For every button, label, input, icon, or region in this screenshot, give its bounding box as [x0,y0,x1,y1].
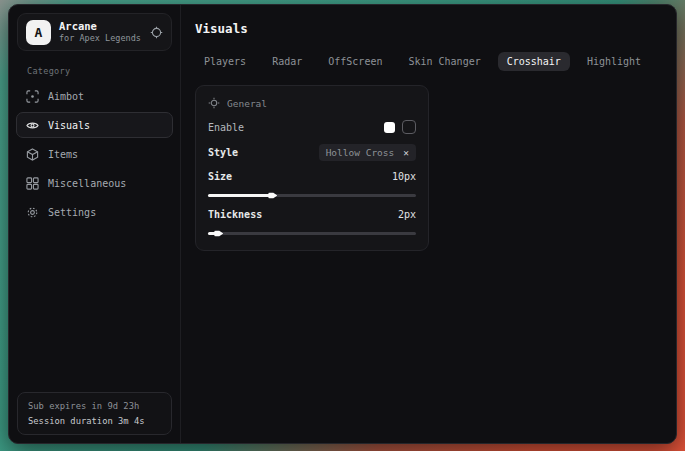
sidebar-item-label: Miscellaneous [48,178,126,189]
app-logo: A [26,20,51,45]
thickness-value: 2px [398,209,416,220]
style-label: Style [208,147,238,158]
sidebar-item-visuals[interactable]: Visuals [16,112,173,138]
sidebar-item-items[interactable]: Items [16,141,173,167]
gear-icon [26,206,39,219]
brand-text: Arcane for Apex Legends [59,20,142,44]
grid-icon [26,177,39,190]
tab-radar[interactable]: Radar [263,52,311,71]
general-panel: General Enable Style Hollow Cross ✕ Size… [195,85,429,251]
tab-offscreen[interactable]: OffScreen [319,52,391,71]
tab-bar: Players Radar OffScreen Skin Changer Cro… [195,52,662,71]
app-title: Arcane [59,20,142,33]
enable-label: Enable [208,122,244,133]
sidebar-item-aimbot[interactable]: Aimbot [16,83,173,109]
page-title: Visuals [195,21,662,36]
section-title: General [227,98,267,109]
enable-checkbox[interactable] [402,120,416,134]
package-icon [26,148,39,161]
sidebar-item-label: Items [48,149,78,160]
crosshair-scan-icon [26,90,39,103]
brand-card: A Arcane for Apex Legends [17,13,172,51]
session-duration-text: Session duration 3m 4s [28,416,161,426]
tab-players[interactable]: Players [195,52,255,71]
thickness-row: Thickness 2px [208,209,416,220]
style-row: Style Hollow Cross ✕ [208,144,416,161]
sidebar-item-miscellaneous[interactable]: Miscellaneous [16,170,173,196]
style-selected-value: Hollow Cross [326,147,395,158]
size-row: Size 10px [208,171,416,182]
slider-track [208,232,416,235]
sidebar-item-label: Settings [48,207,96,218]
size-value: 10px [392,171,416,182]
thickness-slider[interactable] [208,230,416,237]
size-label: Size [208,171,232,182]
enable-controls [384,120,416,134]
sidebar-item-label: Aimbot [48,91,84,102]
sidebar-item-settings[interactable]: Settings [16,199,173,225]
sidebar-nav: Aimbot Visuals Items [9,83,180,225]
sub-expires-text: Sub expires in 9d 23h [28,401,161,411]
section-header: General [208,97,416,109]
tab-highlight[interactable]: Highlight [578,52,650,71]
sidebar: A Arcane for Apex Legends Category [9,5,181,443]
thickness-label: Thickness [208,209,262,220]
enable-row: Enable [208,120,416,134]
style-select[interactable]: Hollow Cross ✕ [319,144,416,161]
app-subtitle: for Apex Legends [59,33,142,44]
tab-skin-changer[interactable]: Skin Changer [399,52,489,71]
main-content: Visuals Players Radar OffScreen Skin Cha… [181,5,676,443]
tab-crosshair[interactable]: Crosshair [498,52,570,71]
app-window: A Arcane for Apex Legends Category [8,4,677,444]
eye-icon [26,119,39,132]
slider-fill [208,194,270,197]
crosshair-dotted-icon [208,97,220,109]
color-swatch[interactable] [384,122,395,133]
target-icon[interactable] [150,26,163,39]
clear-icon[interactable]: ✕ [403,148,409,158]
size-slider[interactable] [208,192,416,199]
category-label: Category [27,66,180,76]
sidebar-item-label: Visuals [48,120,90,131]
sidebar-spacer [9,225,180,384]
subscription-info-card: Sub expires in 9d 23h Session duration 3… [17,392,172,435]
